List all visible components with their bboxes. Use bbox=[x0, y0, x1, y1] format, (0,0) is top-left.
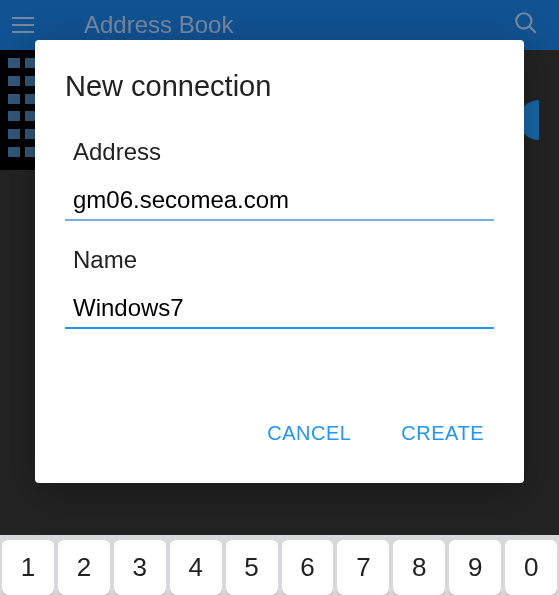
address-input[interactable] bbox=[65, 181, 494, 221]
key-2[interactable]: 2 bbox=[58, 540, 110, 595]
key-5[interactable]: 5 bbox=[226, 540, 278, 595]
key-0[interactable]: 0 bbox=[505, 540, 557, 595]
key-9[interactable]: 9 bbox=[449, 540, 501, 595]
create-button[interactable]: CREATE bbox=[391, 414, 494, 453]
key-4[interactable]: 4 bbox=[170, 540, 222, 595]
address-label: Address bbox=[73, 138, 494, 166]
numeric-keyboard: 1 2 3 4 5 6 7 8 9 0 bbox=[0, 535, 559, 595]
key-3[interactable]: 3 bbox=[114, 540, 166, 595]
name-input[interactable] bbox=[65, 289, 494, 329]
name-label: Name bbox=[73, 246, 494, 274]
key-1[interactable]: 1 bbox=[2, 540, 54, 595]
dialog-actions: CANCEL CREATE bbox=[65, 414, 494, 453]
new-connection-dialog: New connection Address Name CANCEL CREAT… bbox=[35, 40, 524, 483]
dialog-title: New connection bbox=[65, 70, 494, 103]
cancel-button[interactable]: CANCEL bbox=[257, 414, 361, 453]
key-8[interactable]: 8 bbox=[393, 540, 445, 595]
key-6[interactable]: 6 bbox=[282, 540, 334, 595]
key-7[interactable]: 7 bbox=[337, 540, 389, 595]
